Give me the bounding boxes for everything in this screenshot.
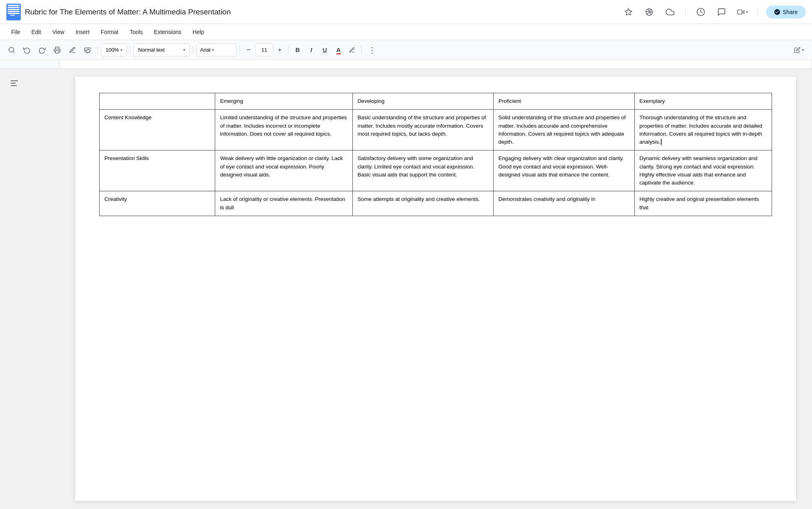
svg-line-11 <box>13 51 14 52</box>
zoom-chevron: ▾ <box>120 48 122 52</box>
header-proficient: Proficient <box>494 93 634 110</box>
table-row: Creativity Lack of originality or creati… <box>100 191 772 216</box>
sep3 <box>193 46 193 54</box>
star-button[interactable] <box>621 5 636 19</box>
svg-marker-4 <box>625 8 632 15</box>
video-call-button[interactable]: ▾ <box>735 5 750 19</box>
document-area: Emerging Developing Proficient Exemplary… <box>0 69 812 509</box>
history-button[interactable] <box>694 5 708 19</box>
bookmarks-button[interactable] <box>642 5 656 19</box>
header-exemplary: Exemplary <box>634 93 772 110</box>
share-button[interactable]: Share <box>766 6 806 18</box>
row-emerging-2: Lack of originality or creative elements… <box>215 191 352 216</box>
header-developing: Developing <box>352 93 493 110</box>
svg-rect-3 <box>10 15 15 16</box>
page-content: Emerging Developing Proficient Exemplary… <box>75 77 796 501</box>
svg-rect-2 <box>10 13 17 14</box>
row-developing-2: Some attempts at originality and creativ… <box>352 191 493 216</box>
underline-button[interactable]: U <box>319 44 331 56</box>
highlight-button[interactable] <box>346 44 358 56</box>
toolbar: 100% ▾ Normal text ▾ Arial ▾ − 11 + B I … <box>0 40 812 60</box>
separator2 <box>758 8 758 16</box>
header-category <box>100 93 215 110</box>
doc-page: Emerging Developing Proficient Exemplary… <box>59 69 812 509</box>
row-developing-0: Basic understanding of the structure and… <box>352 110 493 150</box>
top-icons: ▾ Share <box>621 5 806 19</box>
print-button[interactable] <box>50 44 64 56</box>
bold-button[interactable]: B <box>292 44 304 56</box>
sidebar <box>0 69 59 509</box>
menu-extensions[interactable]: Extensions <box>149 26 186 38</box>
row-developing-1: Satisfactory delivery with some organiza… <box>352 150 493 191</box>
text-style-select[interactable]: Normal text ▾ <box>134 44 190 56</box>
doc-app-icon[interactable] <box>6 4 21 20</box>
text-style-value: Normal text <box>138 47 164 53</box>
svg-rect-12 <box>56 50 59 53</box>
font-value: Arial <box>200 47 210 53</box>
menu-bar: File Edit View Insert Format Tools Exten… <box>0 24 812 40</box>
search-button[interactable] <box>5 44 18 56</box>
font-size-display[interactable]: 11 <box>256 44 273 56</box>
zoom-select[interactable]: 100% ▾ <box>101 44 127 56</box>
comments-button[interactable] <box>714 5 729 19</box>
outline-toggle[interactable] <box>6 75 53 94</box>
sep2 <box>130 46 130 54</box>
row-proficient-2: Demonstrates creativity and originality … <box>494 191 634 216</box>
redo-button[interactable] <box>35 44 49 56</box>
text-style-chevron: ▾ <box>183 48 185 52</box>
svg-rect-8 <box>738 10 742 14</box>
zoom-value: 100% <box>106 47 119 53</box>
ruler <box>0 60 812 69</box>
edit-mode-button[interactable]: ▾ <box>791 44 807 56</box>
document-title[interactable]: Rubric for The Elements of Matter: A Mul… <box>25 8 617 16</box>
menu-tools[interactable]: Tools <box>125 26 148 38</box>
svg-rect-0 <box>8 5 19 19</box>
paint-format-button[interactable] <box>81 44 94 56</box>
toolbar-right: ▾ <box>791 44 807 56</box>
row-emerging-1: Weak delivery with little organization o… <box>215 150 352 191</box>
header-emerging: Emerging <box>215 93 352 110</box>
spellcheck-button[interactable] <box>66 44 79 56</box>
row-category-0: Content Knowledge <box>100 110 215 150</box>
font-chevron: ▾ <box>212 48 214 52</box>
font-size-decrease[interactable]: − <box>243 44 254 56</box>
cloud-save-button[interactable] <box>663 5 677 19</box>
row-proficient-0: Solid understanding of the structure and… <box>494 110 634 150</box>
row-emerging-0: Limited understanding of the structure a… <box>215 110 352 150</box>
row-exemplary-0: Thorough understanding of the structure … <box>634 110 772 150</box>
sep1 <box>98 46 98 54</box>
table-header-row: Emerging Developing Proficient Exemplary <box>100 93 772 110</box>
sep5 <box>288 46 288 54</box>
menu-format[interactable]: Format <box>96 26 123 38</box>
separator <box>685 8 686 16</box>
share-label: Share <box>783 9 798 15</box>
svg-point-10 <box>9 47 14 52</box>
font-size-value: 11 <box>262 47 267 53</box>
menu-help[interactable]: Help <box>188 26 209 38</box>
menu-file[interactable]: File <box>6 26 25 38</box>
svg-rect-1 <box>10 11 17 12</box>
sep4 <box>240 46 240 54</box>
menu-insert[interactable]: Insert <box>71 26 94 38</box>
row-category-1: Presentation Skills <box>100 150 215 191</box>
ruler-content <box>59 60 812 68</box>
row-proficient-1: Engaging delivery with clear organizatio… <box>494 150 634 191</box>
table-row: Content Knowledge Limited understanding … <box>100 110 772 150</box>
row-exemplary-1: Dynamic delivery with seamless organizat… <box>634 150 772 191</box>
rubric-table: Emerging Developing Proficient Exemplary… <box>99 93 772 216</box>
font-size-increase[interactable]: + <box>275 44 285 56</box>
svg-marker-7 <box>742 10 744 14</box>
undo-button[interactable] <box>20 44 34 56</box>
menu-view[interactable]: View <box>48 26 69 38</box>
text-color-button[interactable]: A <box>332 44 344 56</box>
more-options-button[interactable]: ⋮ <box>365 44 380 56</box>
table-row: Presentation Skills Weak delivery with l… <box>100 150 772 191</box>
edit-mode-chevron: ▾ <box>802 48 804 52</box>
row-category-2: Creativity <box>100 191 215 216</box>
menu-edit[interactable]: Edit <box>27 26 46 38</box>
sep6 <box>361 46 362 54</box>
row-exemplary-2: Highly creative and original presentatio… <box>634 191 772 216</box>
font-select[interactable]: Arial ▾ <box>196 44 236 56</box>
italic-button[interactable]: I <box>305 44 317 56</box>
top-bar: Rubric for The Elements of Matter: A Mul… <box>0 0 812 24</box>
